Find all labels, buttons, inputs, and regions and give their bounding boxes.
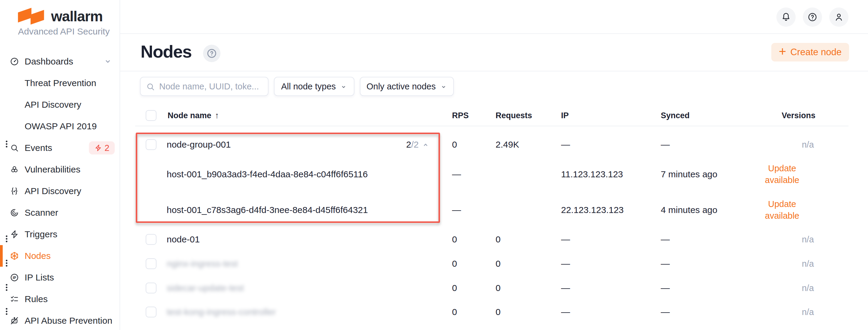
table-row-redacted: sidecar-update-test 0 0 — — n/a (0, 281, 868, 295)
table-row-redacted: test-kong-ingress-controller 0 0 — — n/a (0, 305, 868, 319)
row-menu-button[interactable] (0, 257, 13, 270)
row-checkbox[interactable] (146, 258, 156, 269)
wallarm-logo-icon (18, 8, 46, 25)
versions-value: n/a (739, 281, 814, 295)
table-row-host-instance: host-001_b90a3ad3-f4ed-4daa-8e84-c04ff6f… (0, 167, 868, 182)
svg-text:IP: IP (12, 276, 16, 280)
braces-check-icon (10, 187, 19, 196)
rps-value: 0 (452, 281, 457, 295)
table-row-node-01: node-01 0 0 — — n/a (0, 232, 868, 246)
row-menu-button[interactable] (0, 281, 13, 294)
ip-value: — (561, 281, 570, 295)
kebab-icon (2, 307, 11, 316)
header-divider (120, 71, 868, 71)
sort-asc-icon: ↑ (215, 111, 219, 120)
table-header-divider (135, 126, 848, 126)
host-name[interactable]: host-001_b90a3ad3-f4ed-4daa-8e84-c04ff6f… (167, 167, 368, 182)
requests-value: 0 (496, 232, 501, 246)
ip-value: — (561, 232, 570, 246)
chevron-down-icon[interactable] (104, 58, 112, 65)
active-nodes-filter[interactable]: Only active nodes (360, 77, 454, 96)
chevron-up-icon (422, 141, 430, 149)
sidebar-item-api-discovery-dashboard[interactable]: API Discovery (0, 94, 120, 116)
notifications-button[interactable] (776, 7, 796, 27)
row-menu-button[interactable] (0, 137, 13, 151)
column-header-synced: Synced (661, 108, 690, 123)
bell-icon (781, 12, 791, 22)
user-icon (834, 12, 844, 22)
sidebar-item-owasp-api-2019[interactable]: OWASP API 2019 (0, 116, 120, 137)
column-header-requests: Requests (496, 108, 532, 123)
account-button[interactable] (829, 7, 848, 27)
versions-value: n/a (739, 232, 814, 246)
node-name[interactable]: node-01 (167, 232, 200, 246)
ip-value: — (561, 305, 570, 319)
table-row-redacted: nginx-ingress-test 0 0 — — n/a (0, 257, 868, 271)
synced-value: — (661, 281, 670, 295)
kebab-icon (2, 283, 11, 292)
row-menu-button[interactable] (0, 232, 13, 245)
sidebar-item-threat-prevention[interactable]: Threat Prevention (0, 72, 120, 94)
ip-value: — (561, 137, 570, 152)
ip-value: 22.123.123.123 (561, 203, 624, 217)
row-checkbox[interactable] (146, 139, 156, 150)
row-checkbox[interactable] (146, 307, 156, 318)
synced-value: — (661, 137, 670, 152)
synced-value: — (661, 232, 670, 246)
ip-value: 11.123.123.123 (561, 167, 623, 182)
brand-subtitle: Advanced API Security (18, 26, 110, 37)
row-checkbox[interactable] (146, 283, 156, 293)
create-node-button[interactable]: + Create node (771, 43, 849, 62)
update-available-link[interactable]: Update available (752, 198, 812, 222)
synced-value: 7 minutes ago (661, 167, 717, 182)
table-row-node-group-001: node-group-001 2/2 0 2.49K — — n/a (0, 137, 868, 152)
rps-value: 0 (452, 305, 457, 319)
gauge-icon (10, 57, 19, 66)
plus-icon: + (779, 45, 786, 58)
column-header-ip: IP (561, 108, 569, 123)
host-name[interactable]: host-001_c78s3ag6-d4fd-3nee-8e84-d45ff6f… (167, 203, 368, 217)
requests-value: 0 (496, 257, 501, 271)
requests-value: 0 (496, 281, 501, 295)
node-name[interactable]: node-group-001 (167, 137, 231, 152)
node-name-redacted[interactable]: nginx-ingress-test (167, 257, 238, 271)
node-types-filter[interactable]: All node types (274, 77, 354, 96)
topbar (120, 0, 868, 34)
versions-value: n/a (739, 137, 814, 152)
synced-value: — (661, 305, 670, 319)
node-name-redacted[interactable]: sidecar-update-test (167, 281, 244, 295)
page-help-button[interactable] (203, 45, 220, 62)
question-circle-icon (206, 48, 217, 59)
table-row-host-instance: host-001_c78s3ag6-d4fd-3nee-8e84-d45ff6f… (0, 203, 868, 217)
select-all-checkbox[interactable] (146, 110, 156, 121)
requests-value: 2.49K (496, 137, 519, 152)
versions-value: n/a (739, 305, 814, 319)
question-circle-icon (807, 12, 817, 22)
update-available-link[interactable]: Update available (752, 163, 812, 186)
checklist-icon (10, 295, 19, 304)
synced-value: 4 minutes ago (661, 203, 717, 217)
synced-value: — (661, 257, 670, 271)
sidebar-item-dashboards[interactable]: Dashboards (0, 51, 120, 72)
sidebar-item-api-discovery[interactable]: API Discovery (0, 180, 120, 202)
node-name-redacted[interactable]: test-kong-ingress-controller (167, 305, 276, 319)
row-checkbox[interactable] (146, 234, 156, 245)
sidebar: wallarm Advanced API Security Dashboards… (0, 0, 120, 330)
rps-value: — (452, 167, 461, 182)
search-input[interactable] (141, 77, 268, 95)
versions-value: n/a (739, 257, 814, 271)
rps-value: — (452, 203, 461, 217)
kebab-icon (2, 139, 11, 148)
rps-value: 0 (452, 257, 457, 271)
ip-value: — (561, 257, 570, 271)
page-title: Nodes (141, 41, 192, 62)
row-menu-button[interactable] (0, 305, 13, 318)
brand-name: wallarm (51, 8, 103, 25)
column-header-node-name[interactable]: Node name↑ (167, 108, 219, 123)
kebab-icon (2, 234, 11, 243)
brand-logo: wallarm (18, 8, 103, 25)
help-button[interactable] (803, 7, 822, 27)
requests-value: 0 (496, 305, 501, 319)
chevron-down-icon (340, 84, 347, 91)
group-instances-toggle[interactable]: 2/2 (369, 137, 430, 152)
